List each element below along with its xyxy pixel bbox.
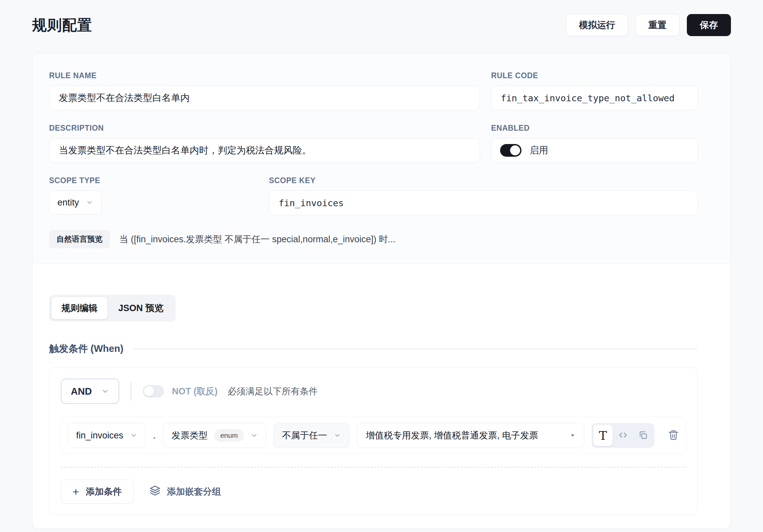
value-text: 增值税专用发票, 增值税普通发票, 电子发票 <box>366 429 538 441</box>
scope-type-select[interactable]: entity <box>49 190 102 215</box>
editor-tabs: 规则编辑 JSON 预览 <box>49 295 176 321</box>
dot-separator: . <box>153 430 156 441</box>
save-button[interactable]: 保存 <box>687 14 731 36</box>
when-divider <box>133 349 698 349</box>
operator-value: 不属于任一 <box>282 429 327 441</box>
chevron-down-icon <box>251 432 258 439</box>
mode-copy-button[interactable] <box>633 425 653 446</box>
scope-type-label: SCOPE TYPE <box>49 176 269 185</box>
dashed-divider <box>61 467 686 468</box>
rule-code-input[interactable] <box>491 86 698 110</box>
value-mode-toggle: T <box>592 423 654 448</box>
enabled-field-group: ENABLED 启用 <box>491 124 698 163</box>
rule-meta-form: RULE NAME RULE CODE DESCRIPTION ENABLED … <box>32 53 731 264</box>
group-hint-text: 必须满足以下所有条件 <box>227 385 318 397</box>
toggle-knob <box>144 386 154 396</box>
copy-icon <box>638 430 648 441</box>
rule-name-input[interactable] <box>49 86 480 110</box>
add-nested-group-button[interactable]: 添加嵌套分组 <box>150 485 221 498</box>
description-label: DESCRIPTION <box>49 124 480 133</box>
chevron-down-icon <box>130 432 137 439</box>
scope-key-label: SCOPE KEY <box>269 176 698 185</box>
add-condition-button[interactable]: + 添加条件 <box>61 480 134 504</box>
value-select[interactable]: 增值税专用发票, 增值税普通发票, 电子发票 <box>357 423 584 448</box>
scope-key-field-group: SCOPE KEY <box>269 176 698 215</box>
not-toggle[interactable] <box>143 385 164 398</box>
chevron-down-icon <box>334 432 341 439</box>
rule-editor-section: 规则编辑 JSON 预览 触发条件 (When) AND NOT (取反) 必须… <box>32 264 731 529</box>
page-header: 规则配置 模拟运行 重置 保存 <box>0 0 763 36</box>
rule-code-field-group: RULE CODE <box>491 71 698 110</box>
group-operator-select[interactable]: AND <box>61 379 119 404</box>
scope-key-input[interactable] <box>269 190 698 215</box>
condition-group: AND NOT (取反) 必须满足以下所有条件 fin_invoices <box>49 367 698 515</box>
add-condition-label: 添加条件 <box>86 486 122 498</box>
vertical-divider <box>131 382 131 401</box>
layers-icon <box>150 485 160 498</box>
enabled-label: ENABLED <box>491 124 698 133</box>
operator-select[interactable]: 不属于任一 <box>274 423 349 448</box>
condition-row: fin_invoices . 发票类型 enum 不属于任一 <box>61 417 686 454</box>
rule-config-card: RULE NAME RULE CODE DESCRIPTION ENABLED … <box>32 53 731 529</box>
natural-language-preview: 自然语言预览 当 ([fin_invoices.发票类型 不属于任一 speci… <box>49 230 698 248</box>
enabled-box: 启用 <box>491 138 698 163</box>
page-title: 规则配置 <box>32 15 92 35</box>
when-heading: 触发条件 (When) <box>49 342 123 356</box>
nl-preview-badge: 自然语言预览 <box>49 230 110 248</box>
enabled-state-label: 启用 <box>529 144 548 157</box>
trash-icon <box>668 429 679 442</box>
group-actions: + 添加条件 添加嵌套分组 <box>61 480 686 504</box>
not-label: NOT (取反) <box>172 385 217 397</box>
toggle-knob <box>510 145 520 155</box>
mode-text-button[interactable]: T <box>593 425 613 446</box>
rule-name-label: RULE NAME <box>49 71 480 80</box>
add-nested-group-label: 添加嵌套分组 <box>167 486 221 498</box>
nl-preview-text: 当 ([fin_invoices.发票类型 不属于任一 special,norm… <box>119 233 396 245</box>
reset-button[interactable]: 重置 <box>635 14 679 36</box>
scope-type-field-group: SCOPE TYPE entity <box>49 176 269 215</box>
enabled-toggle[interactable] <box>500 144 521 157</box>
code-icon <box>618 430 628 441</box>
tab-rule-editor[interactable]: 规则编辑 <box>51 297 108 319</box>
scope-type-value: entity <box>57 197 79 208</box>
header-actions: 模拟运行 重置 保存 <box>566 14 731 36</box>
tab-json-preview[interactable]: JSON 预览 <box>108 297 173 319</box>
field-select[interactable]: 发票类型 enum <box>163 423 266 448</box>
simulate-run-button[interactable]: 模拟运行 <box>566 14 628 36</box>
field-value: 发票类型 <box>171 429 207 441</box>
rule-name-field-group: RULE NAME <box>49 71 480 110</box>
group-operator-value: AND <box>71 386 92 397</box>
dropdown-triangle-icon <box>570 433 575 438</box>
mode-code-button[interactable] <box>613 425 633 446</box>
chevron-down-icon <box>86 199 93 206</box>
when-section-header: 触发条件 (When) <box>49 342 698 356</box>
chevron-down-icon <box>101 387 109 395</box>
description-input[interactable] <box>49 138 480 163</box>
description-field-group: DESCRIPTION <box>49 124 480 163</box>
condition-group-header: AND NOT (取反) 必须满足以下所有条件 <box>61 379 686 404</box>
rule-code-label: RULE CODE <box>491 71 698 80</box>
plus-icon: + <box>72 486 79 497</box>
delete-condition-button[interactable] <box>668 429 679 442</box>
entity-value: fin_invoices <box>76 430 123 441</box>
entity-select[interactable]: fin_invoices <box>68 423 146 448</box>
field-type-badge: enum <box>214 429 244 442</box>
